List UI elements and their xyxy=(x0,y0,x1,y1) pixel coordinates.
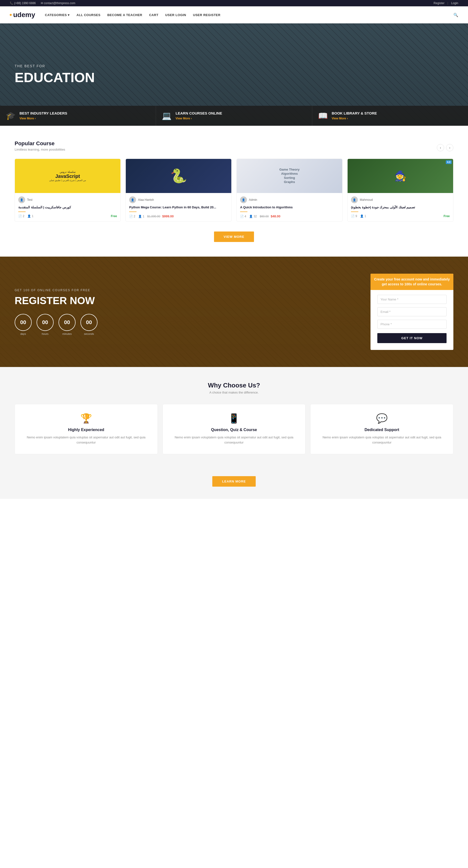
avatar-2: 👤 xyxy=(129,196,136,203)
author-name-2: Alaa Hantsh xyxy=(138,198,154,202)
section-subtitle: Limitless learning, more possibilities xyxy=(14,148,65,151)
course-meta-2: 📄 2 👤 1 $1,000.00 $999.00 xyxy=(129,214,228,218)
course-title-2: Python Mega Course: Learn Python in 60 D… xyxy=(129,205,228,210)
nav-user-login[interactable]: USER LOGIN xyxy=(165,13,186,17)
hero-card-courses[interactable]: 💻 LEARN COURSES ONLINE View More › xyxy=(156,106,312,126)
hero-card-1-title: BEST INDUSTRY LEADERS xyxy=(20,111,67,115)
why-card-1-title: Highly Experienced xyxy=(22,428,151,432)
course-meta-1: 📄 2 👤 1 Free xyxy=(18,214,117,218)
register-section: GET 100 OF ONLINE COURSES FOR FREE REGIS… xyxy=(0,257,468,367)
minutes-circle: 00 xyxy=(59,314,75,331)
file-icon-3: 📄 4 xyxy=(240,215,246,218)
next-arrow[interactable]: › xyxy=(446,144,454,151)
course-nav-arrows: ‹ › xyxy=(437,144,454,151)
why-card-2: 📱 Question, Quiz & Course Nemo enim ipsa… xyxy=(163,404,306,454)
course-card-4: 4.0 🧙 👤 Mahmoud تصميم لعبتك الأولى بمحرك… xyxy=(347,159,454,222)
section-title: Popular Course xyxy=(14,141,65,147)
countdown-minutes: 00 minutes xyxy=(59,314,75,335)
register-form: Create your free account now and immedia… xyxy=(371,274,454,350)
course-body-1: 👤 Test كورس جافاسكريبت | السلسلة المتقدم… xyxy=(15,193,120,221)
why-card-3-title: Dedicated Support xyxy=(317,428,446,432)
why-card-3: 💬 Dedicated Support Nemo enim ipsam volu… xyxy=(310,404,454,454)
top-bar-right: Register | Login xyxy=(434,1,458,5)
register-left: GET 100 OF ONLINE COURSES FOR FREE REGIS… xyxy=(14,288,371,335)
course-title-3: A Quick Introduction to Algorithms xyxy=(240,205,339,210)
popular-courses-section: Popular Course Limitless learning, more … xyxy=(0,126,468,257)
why-card-1: 🏆 Highly Experienced Nemo enim ipsam vol… xyxy=(14,404,158,454)
nav-cart[interactable]: CART xyxy=(149,13,158,17)
get-it-now-button[interactable]: GET IT NOW xyxy=(377,333,446,343)
nav-all-courses[interactable]: ALL COURSES xyxy=(76,13,100,17)
nav-categories[interactable]: CATEGORIES ▾ xyxy=(45,13,70,17)
file-icon-1: 📄 2 xyxy=(18,214,24,218)
register-pre: GET 100 OF ONLINE COURSES FOR FREE xyxy=(14,288,371,292)
course-card-3: Game TheoryAlgorithmsSortingGraphs 👤 Adm… xyxy=(237,159,342,222)
course-card-1: سلسلة دروس JavaScript من الصفر | شرح بال… xyxy=(14,159,121,222)
file-icon-2: 📄 2 xyxy=(129,215,135,218)
nav-user-register[interactable]: USER REGISTER xyxy=(193,13,221,17)
author-name-3: Admin xyxy=(249,198,257,202)
algo-thumbnail: Game TheoryAlgorithmsSortingGraphs xyxy=(237,159,342,193)
phone-info: 📞 (+88) 1990 6886 xyxy=(10,1,36,5)
rpg-character-icon: 🧙 xyxy=(395,170,407,182)
section-header: Popular Course Limitless learning, more … xyxy=(14,141,454,151)
chevron-down-icon: ▾ xyxy=(68,13,70,17)
courses-grid: سلسلة دروس JavaScript من الصفر | شرح بال… xyxy=(14,159,454,222)
course-thumb-2: 🐍 xyxy=(126,159,231,193)
hours-circle: 00 xyxy=(37,314,54,331)
course-price-3: $60.00 $48.00 xyxy=(260,214,280,218)
register-link[interactable]: Register xyxy=(434,1,445,5)
course-thumb-4: 4.0 🧙 xyxy=(348,159,453,193)
minutes-label: minutes xyxy=(59,332,75,335)
hero-card-1-link[interactable]: View More › xyxy=(20,117,67,120)
course-author-3: 👤 Admin xyxy=(240,196,339,203)
course-title-4: تصميم لعبتك الأولى بمحرك جودة (خطوة بخطو… xyxy=(351,205,450,210)
file-icon-4: 📄 9 xyxy=(351,214,357,218)
course-meta-3: 📄 4 👤 32 $60.00 $48.00 xyxy=(240,214,339,218)
login-link[interactable]: Login xyxy=(451,1,458,5)
js-thumbnail: سلسلة دروس JavaScript من الصفر | شرح بال… xyxy=(15,159,120,193)
course-body-3: 👤 Admin A Quick Introduction to Algorith… xyxy=(237,193,342,221)
experienced-icon: 🏆 xyxy=(22,413,151,424)
course-divider-4 xyxy=(351,212,358,212)
countdown-days: 00 days xyxy=(14,314,32,335)
course-title-1: كورس جافاسكريبت | السلسلة المتقدمة xyxy=(18,205,117,210)
py-thumbnail: 🐍 xyxy=(126,159,231,193)
email-input[interactable] xyxy=(377,307,446,316)
why-section: Why Choose Us? A choice that makes the d… xyxy=(0,367,468,469)
seconds-label: seconds xyxy=(81,332,97,335)
prev-arrow[interactable]: ‹ xyxy=(437,144,444,151)
hero-cards: 🎓 BEST INDUSTRY LEADERS View More › 💻 LE… xyxy=(0,106,468,126)
course-body-4: 👤 Mahmoud تصميم لعبتك الأولى بمحرك جودة … xyxy=(348,193,453,221)
countdown: 00 days 00 hours 00 minutes 00 seconds xyxy=(14,314,371,335)
why-card-2-text: Nemo enim ipsam voluptatem quia voluptas… xyxy=(170,435,299,445)
search-icon[interactable]: 🔍 xyxy=(454,13,459,17)
hero-card-industry[interactable]: 🎓 BEST INDUSTRY LEADERS View More › xyxy=(0,106,156,126)
hero-card-library[interactable]: 📖 BOOK LIBRARY & STORE View More › xyxy=(312,106,468,126)
course-card-2: 🐍 👤 Alaa Hantsh Python Mega Course: Lear… xyxy=(126,159,231,222)
phone-input[interactable] xyxy=(377,320,446,329)
name-input[interactable] xyxy=(377,295,446,304)
student-icon-4: 👤 1 xyxy=(360,214,366,218)
course-thumb-1: سلسلة دروس JavaScript من الصفر | شرح بال… xyxy=(15,159,120,193)
view-more-button[interactable]: VIEW MORE xyxy=(214,231,254,242)
industry-icon: 🎓 xyxy=(6,111,15,120)
library-icon: 📖 xyxy=(318,111,328,120)
site-logo[interactable]: udemy xyxy=(10,11,35,19)
hero-card-3-link[interactable]: View More › xyxy=(332,117,377,120)
hero-content: THE BEST FOR EDUCATION xyxy=(14,64,468,85)
python-icon: 🐍 xyxy=(170,168,187,184)
rpg-thumbnail: 4.0 🧙 xyxy=(348,159,453,193)
avatar-1: 👤 xyxy=(18,196,25,203)
hours-label: hours xyxy=(37,332,54,335)
hero-subtitle: THE BEST FOR xyxy=(14,64,468,68)
why-card-2-title: Question, Quiz & Course xyxy=(170,428,299,432)
course-author-4: 👤 Mahmoud xyxy=(351,196,450,203)
js-main-title: JavaScript xyxy=(55,174,80,179)
phone-field xyxy=(377,320,446,329)
hero-card-3-content: BOOK LIBRARY & STORE View More › xyxy=(332,111,377,120)
learn-more-button[interactable]: LEARN MORE xyxy=(212,476,255,487)
hero-card-1-content: BEST INDUSTRY LEADERS View More › xyxy=(20,111,67,120)
nav-become-teacher[interactable]: BECOME A TEACHER xyxy=(107,13,142,17)
hero-card-2-link[interactable]: View More › xyxy=(176,117,222,120)
